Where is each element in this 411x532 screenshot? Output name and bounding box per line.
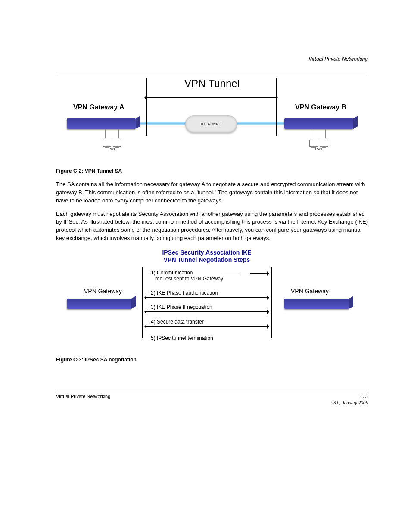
pc-icon [103,140,111,147]
figure2-title: IPSec Security Association IKE VPN Tunne… [142,249,271,264]
pcs-a: PC's [99,138,125,151]
boundary-line-left [146,78,147,136]
seq-gw-label-right: VPN Gateway [291,288,329,295]
step-2: 2) IKE Phase I authentication [146,290,271,296]
seq-gateway-left-icon [67,299,131,309]
internet-cloud-icon: INTERNET [185,115,237,133]
gateway-a-label: VPN Gateway A [73,103,125,111]
step-5: 5) IPSec tunnel termination [146,335,271,341]
step-1: 1) Communication request sent to VPN Gat… [146,270,271,282]
paragraph-2: Each gateway must negotiate its Security… [56,210,368,243]
figure1: VPN Tunnel VPN Gateway A VPN Gateway B I… [56,78,368,164]
seq-line-right [271,267,272,338]
paragraph-1: The SA contains all the information nece… [56,180,368,205]
seq-gw-label-left: VPN Gateway [84,288,122,295]
footer-version: v3.0, January 2005 [56,401,368,405]
vpn-tunnel-label: VPN Tunnel [184,78,240,90]
step1-short-arrow [223,273,240,273]
step-4: 4) Secure data transfer [146,319,271,325]
footer: Virtual Private Networking C-3 [56,391,368,399]
pc-icon [320,140,328,147]
figure2-caption: Figure C-3: IPSec SA negotiation [56,357,368,363]
gateway-b-icon [284,118,353,129]
tunnel-arrow [146,97,276,98]
pcs-b: PC's [306,138,332,151]
footer-right: C-3 [360,394,368,399]
figure1-caption: Figure C-2: VPN Tunnel SA [56,168,368,174]
pc-icon [113,140,121,147]
gateway-a-icon [67,118,136,129]
footer-left: Virtual Private Networking [56,394,110,399]
pc-icon [309,140,318,147]
step1-arrow [250,273,268,274]
header-right: Virtual Private Networking [56,56,368,62]
seq-gateway-right-icon [284,299,349,309]
boundary-line-right [276,78,277,136]
step4-arrow [146,326,268,327]
step3-arrow [146,311,268,312]
step2-arrow [146,297,268,298]
figure2: IPSec Security Association IKE VPN Tunne… [56,249,368,352]
step-3: 3) IKE Phase II negotiation [146,304,271,310]
gateway-b-label: VPN Gateway B [295,103,346,111]
header-divider [56,73,368,73]
